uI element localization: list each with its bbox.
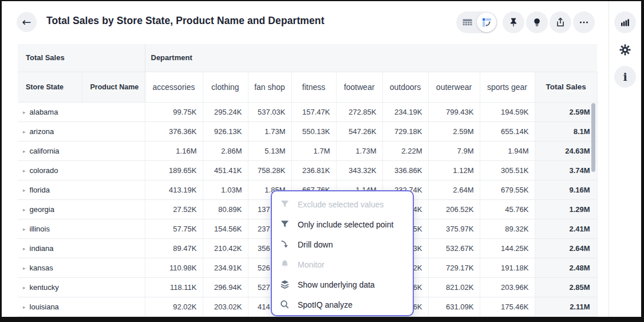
column-header-sports-gear[interactable]: sports gear: [480, 72, 535, 102]
row-label-california[interactable]: ▸california: [18, 141, 145, 160]
total-cell[interactable]: 2.48M: [535, 258, 597, 277]
value-cell[interactable]: 413.19K: [145, 180, 203, 199]
expand-caret-icon[interactable]: ▸: [23, 285, 26, 290]
expand-caret-icon[interactable]: ▸: [23, 265, 26, 271]
share-button[interactable]: [550, 11, 571, 33]
value-cell[interactable]: 336.86K: [382, 160, 428, 180]
expand-caret-icon[interactable]: ▸: [23, 129, 26, 135]
value-cell[interactable]: 1.7M: [291, 141, 336, 160]
value-cell[interactable]: 451.41K: [203, 160, 248, 180]
value-cell[interactable]: 5.13M: [248, 141, 291, 160]
value-cell[interactable]: 157.47K: [291, 102, 336, 121]
value-cell[interactable]: 758.28K: [248, 160, 291, 180]
menu-item-show-underlying-data[interactable]: Show underlying data: [272, 274, 413, 294]
value-cell[interactable]: 234.91K: [203, 258, 248, 277]
row-label-indiana[interactable]: ▸indiana: [18, 238, 145, 258]
value-cell[interactable]: 175.46K: [480, 297, 535, 316]
value-cell[interactable]: 234.19K: [382, 102, 428, 121]
expand-caret-icon[interactable]: ▸: [23, 109, 26, 115]
expand-caret-icon[interactable]: ▸: [23, 148, 26, 154]
value-cell[interactable]: 305.51K: [480, 160, 535, 180]
expand-caret-icon[interactable]: ▸: [23, 187, 26, 193]
value-cell[interactable]: 729.17K: [428, 258, 480, 277]
value-cell[interactable]: 821.02K: [428, 277, 480, 297]
value-cell[interactable]: 272.85K: [336, 102, 382, 121]
total-column-header[interactable]: Total Sales: [535, 72, 597, 102]
back-button[interactable]: ←: [17, 12, 37, 32]
expand-caret-icon[interactable]: ▸: [23, 246, 26, 252]
total-cell[interactable]: 8.1M: [535, 121, 597, 141]
total-cell[interactable]: 1.29M: [535, 199, 597, 219]
total-cell[interactable]: 2.41M: [535, 219, 597, 238]
menu-item-only-include-selected-point[interactable]: Only include selected point: [272, 214, 413, 234]
column-header-fan-shop[interactable]: fan shop: [248, 72, 291, 102]
value-cell[interactable]: 89.32K: [480, 219, 535, 238]
row-label-arizona[interactable]: ▸arizona: [18, 121, 145, 141]
value-cell[interactable]: 189.65K: [145, 160, 203, 180]
row-label-kentucky[interactable]: ▸kentucky: [18, 277, 145, 297]
row-label-alabama[interactable]: ▸alabama: [18, 102, 145, 121]
value-cell[interactable]: 99.75K: [145, 102, 203, 121]
value-cell[interactable]: 532.67K: [428, 238, 480, 258]
total-cell[interactable]: 2.59M: [535, 102, 597, 121]
value-cell[interactable]: 1.94M: [480, 141, 535, 160]
value-cell[interactable]: 376.36K: [145, 121, 203, 141]
column-header-outdoors[interactable]: outdoors: [382, 72, 428, 102]
more-options-button[interactable]: [573, 11, 595, 33]
value-cell[interactable]: 799.43K: [428, 102, 480, 121]
value-cell[interactable]: 89.47K: [145, 238, 203, 258]
value-cell[interactable]: 2.86M: [203, 141, 248, 160]
value-cell[interactable]: 295.24K: [203, 102, 248, 121]
value-cell[interactable]: 203.96K: [480, 277, 535, 297]
value-cell[interactable]: 210.42K: [203, 238, 248, 258]
value-cell[interactable]: 729.18K: [382, 121, 428, 141]
value-cell[interactable]: 2.22M: [382, 141, 428, 160]
row-label-colorado[interactable]: ▸colorado: [18, 160, 145, 180]
value-cell[interactable]: 2.64M: [428, 180, 480, 199]
value-cell[interactable]: 296.94K: [203, 277, 248, 297]
value-cell[interactable]: 537.03K: [248, 102, 291, 121]
vertical-scrollbar-thumb[interactable]: [591, 103, 595, 172]
value-cell[interactable]: 154.56K: [203, 219, 248, 238]
value-cell[interactable]: 655.14K: [480, 121, 535, 141]
value-cell[interactable]: 27.52K: [145, 199, 203, 219]
product-name-header[interactable]: Product Name: [82, 72, 145, 102]
menu-item-spotiq-analyze[interactable]: SpotIQ analyze: [272, 294, 413, 315]
value-cell[interactable]: 203.02K: [203, 297, 248, 316]
value-cell[interactable]: 1.12M: [428, 160, 480, 180]
value-cell[interactable]: 926.13K: [203, 121, 248, 141]
table-view-button[interactable]: [457, 13, 477, 32]
value-cell[interactable]: 118.11K: [145, 277, 203, 297]
value-cell[interactable]: 343.32K: [336, 160, 382, 180]
store-state-header[interactable]: Store State: [18, 72, 82, 102]
total-cell[interactable]: 24.63M: [535, 141, 597, 160]
expand-caret-icon[interactable]: ▸: [23, 304, 26, 310]
value-cell[interactable]: 57.75K: [145, 219, 203, 238]
total-cell[interactable]: 2.64M: [535, 238, 597, 258]
column-header-clothing[interactable]: clothing: [203, 72, 248, 102]
value-cell[interactable]: 547.26K: [336, 121, 382, 141]
row-label-illinois[interactable]: ▸illinois: [18, 219, 145, 238]
value-cell[interactable]: 45.76K: [480, 199, 535, 219]
row-label-louisiana[interactable]: ▸louisiana: [18, 297, 145, 316]
total-cell[interactable]: 2.85M: [535, 277, 597, 297]
value-cell[interactable]: 1.16M: [145, 141, 203, 160]
value-cell[interactable]: 194.59K: [480, 102, 535, 121]
value-cell[interactable]: 1.73M: [336, 141, 382, 160]
resize-view-button[interactable]: [477, 13, 496, 32]
value-cell[interactable]: 375.97K: [428, 219, 480, 238]
value-cell[interactable]: 236.81K: [291, 160, 336, 180]
total-cell[interactable]: 3.74M: [535, 160, 597, 180]
insights-button[interactable]: [526, 11, 548, 33]
value-cell[interactable]: 144.25K: [480, 238, 535, 258]
value-cell[interactable]: 2.59M: [428, 121, 480, 141]
total-cell[interactable]: 2.11M: [535, 297, 597, 316]
column-header-accessories[interactable]: accessories: [145, 72, 203, 102]
value-cell[interactable]: 92.02K: [145, 297, 203, 316]
expand-caret-icon[interactable]: ▸: [23, 168, 26, 174]
value-cell[interactable]: 80.89K: [203, 199, 248, 219]
total-cell[interactable]: 9.16M: [535, 180, 597, 199]
value-cell[interactable]: 110.98K: [145, 258, 203, 277]
row-label-florida[interactable]: ▸florida: [18, 180, 145, 199]
value-cell[interactable]: 1.73M: [248, 121, 291, 141]
